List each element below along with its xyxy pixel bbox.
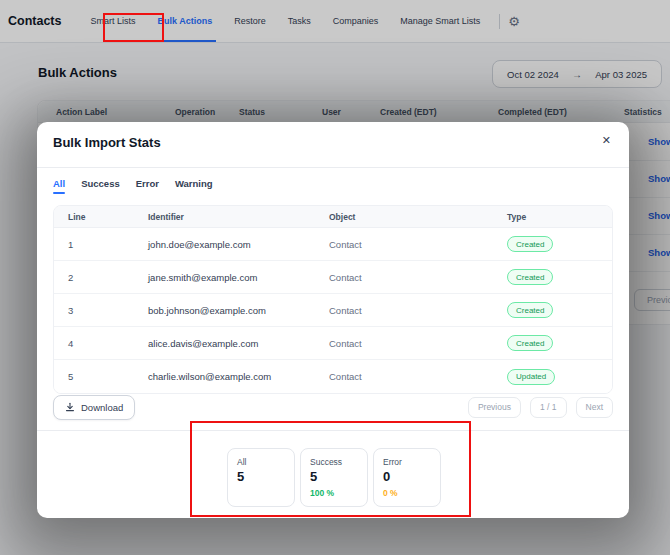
summary-card-label: Success: [310, 457, 358, 467]
bulk-import-stats-modal: Bulk Import Stats ✕ AllSuccessErrorWarni…: [37, 122, 629, 518]
download-label: Download: [81, 402, 123, 413]
row-type-cell: Created: [493, 335, 612, 351]
modal-title: Bulk Import Stats: [53, 135, 161, 150]
summary-card-label: Error: [383, 457, 431, 467]
row-identifier: john.doe@example.com: [134, 239, 315, 250]
row-type-cell: Created: [493, 236, 612, 252]
summary-card-error: Error00 %: [373, 448, 441, 507]
row-object: Contact: [315, 305, 493, 316]
modal-tabs: AllSuccessErrorWarning: [53, 178, 213, 194]
summary-card-value: 5: [237, 469, 285, 484]
modal-header-divider: [37, 167, 629, 168]
table-row: 3bob.johnson@example.comContactCreated: [54, 294, 612, 327]
download-icon: [65, 402, 75, 412]
row-type-cell: Created: [493, 269, 612, 285]
row-line-number: 5: [54, 371, 134, 382]
summary-card-label: All: [237, 457, 285, 467]
summary-card-success: Success5100 %: [300, 448, 368, 507]
modal-tab-error[interactable]: Error: [136, 178, 159, 194]
next-button[interactable]: Next: [576, 397, 613, 418]
table-row: 4alice.davis@example.comContactCreated: [54, 327, 612, 360]
app-screen: Contacts Smart ListsBulk ActionsRestoreT…: [0, 0, 670, 555]
row-line-number: 4: [54, 338, 134, 349]
row-type-cell: Updated: [493, 369, 612, 385]
modal-column-type: Type: [493, 212, 612, 222]
summary-card-percent: 0 %: [383, 488, 431, 498]
download-button[interactable]: Download: [53, 395, 135, 420]
import-stats-table: LineIdentifierObjectType 1john.doe@examp…: [53, 205, 613, 394]
modal-column-identifier: Identifier: [134, 212, 315, 222]
row-object: Contact: [315, 239, 493, 250]
import-stats-table-header: LineIdentifierObjectType: [54, 206, 612, 228]
modal-stats-divider: [37, 430, 629, 431]
table-row: 5charlie.wilson@example.comContactUpdate…: [54, 360, 612, 393]
row-line-number: 2: [54, 272, 134, 283]
row-identifier: jane.smith@example.com: [134, 272, 315, 283]
close-icon[interactable]: ✕: [602, 134, 611, 147]
modal-tab-warning[interactable]: Warning: [175, 178, 213, 194]
row-line-number: 3: [54, 305, 134, 316]
type-badge: Created: [507, 236, 553, 252]
summary-card-percent: 100 %: [310, 488, 358, 498]
row-object: Contact: [315, 371, 493, 382]
modal-pagination: Previous 1 / 1 Next: [468, 397, 613, 418]
summary-card-value: 0: [383, 469, 431, 484]
page-indicator: 1 / 1: [530, 397, 567, 418]
row-line-number: 1: [54, 239, 134, 250]
row-object: Contact: [315, 272, 493, 283]
modal-footer: Download Previous 1 / 1 Next: [53, 394, 613, 420]
type-badge: Created: [507, 302, 553, 318]
summary-card-all: All5: [227, 448, 295, 507]
type-badge: Created: [507, 269, 553, 285]
row-identifier: alice.davis@example.com: [134, 338, 315, 349]
modal-column-line: Line: [54, 212, 134, 222]
row-type-cell: Created: [493, 302, 612, 318]
modal-column-object: Object: [315, 212, 493, 222]
type-badge: Created: [507, 335, 553, 351]
summary-cards: All5Success5100 %Error00 %: [227, 448, 441, 507]
row-object: Contact: [315, 338, 493, 349]
summary-card-value: 5: [310, 469, 358, 484]
previous-button[interactable]: Previous: [468, 397, 521, 418]
modal-tab-all[interactable]: All: [53, 178, 65, 194]
row-identifier: bob.johnson@example.com: [134, 305, 315, 316]
table-row: 1john.doe@example.comContactCreated: [54, 228, 612, 261]
row-identifier: charlie.wilson@example.com: [134, 371, 315, 382]
type-badge: Updated: [507, 369, 555, 385]
table-row: 2jane.smith@example.comContactCreated: [54, 261, 612, 294]
modal-tab-success[interactable]: Success: [81, 178, 120, 194]
